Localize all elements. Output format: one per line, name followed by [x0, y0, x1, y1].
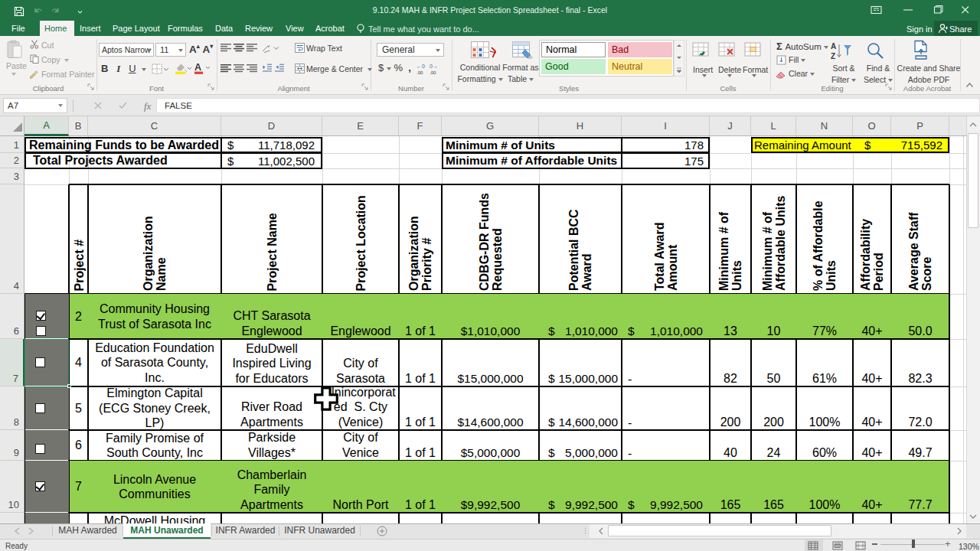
- svg-text:.00: .00: [416, 70, 423, 75]
- svg-text:Z: Z: [831, 52, 835, 60]
- svg-text:0→: 0→: [430, 64, 438, 69]
- svg-text:.00: .00: [430, 70, 436, 75]
- svg-text:A: A: [194, 62, 201, 73]
- svg-text:fx: fx: [144, 100, 152, 112]
- svg-text:←0: ←0: [416, 64, 425, 69]
- svg-text:A: A: [831, 42, 836, 51]
